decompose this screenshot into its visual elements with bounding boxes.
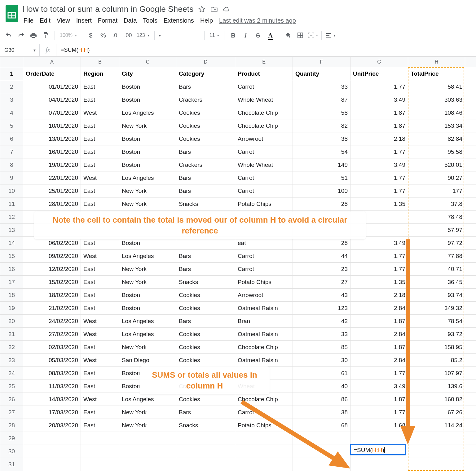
cell[interactable]: Cookies [176, 354, 235, 367]
cell[interactable]: Oatmeal Raisin [235, 302, 293, 315]
cell[interactable]: Bars [176, 263, 235, 276]
cell[interactable]: 27/02/2020 [23, 328, 81, 341]
cell[interactable]: 3.49 [350, 380, 408, 393]
cell[interactable]: Quantity [293, 67, 350, 80]
cell[interactable] [465, 250, 476, 263]
cell[interactable] [350, 458, 408, 471]
menu-file[interactable]: File [24, 17, 33, 24]
cell[interactable] [465, 132, 476, 145]
cell[interactable] [465, 158, 476, 171]
cell[interactable]: 15/02/2020 [23, 276, 81, 289]
cell[interactable]: 93.72 [408, 328, 465, 341]
cell[interactable]: Arrowroot [235, 289, 293, 302]
cell[interactable] [465, 393, 476, 406]
star-icon[interactable] [198, 5, 206, 13]
cell[interactable]: 114.24 [408, 419, 465, 432]
cell[interactable]: 33 [293, 80, 350, 93]
cell[interactable]: 97.72 [408, 237, 465, 250]
cell[interactable]: 1.87 [350, 341, 408, 354]
row-header[interactable]: 13 [0, 224, 23, 237]
cell[interactable]: 1.77 [350, 145, 408, 158]
fill-color-icon[interactable] [282, 30, 293, 41]
select-all-corner[interactable] [0, 57, 23, 67]
cell[interactable]: 1.87 [350, 119, 408, 132]
cell[interactable]: 14/03/2020 [23, 393, 81, 406]
cell[interactable]: 25/01/2020 [23, 184, 81, 198]
row-header[interactable]: 29 [0, 432, 23, 445]
cell[interactable]: Oatmeal Raisin [235, 354, 293, 367]
cell[interactable] [293, 458, 350, 471]
cell[interactable]: Potato Chips [235, 419, 293, 432]
cell[interactable]: 1.35 [350, 276, 408, 289]
cell[interactable]: 24/02/2020 [23, 315, 81, 328]
cell[interactable]: 13/01/2020 [23, 132, 81, 145]
font-size-dropdown[interactable]: 11 [208, 33, 221, 38]
doc-title[interactable]: How to total or sum a column in Google S… [22, 3, 193, 15]
cell[interactable]: Los Angeles [119, 250, 176, 263]
cell[interactable] [465, 302, 476, 315]
cell[interactable]: East [81, 276, 119, 289]
cell[interactable]: 160.82 [408, 393, 465, 406]
col-header-D[interactable]: D [176, 57, 235, 67]
cell[interactable]: 78.48 [408, 211, 465, 224]
cell[interactable]: 2.84 [350, 302, 408, 315]
font-family-dropdown[interactable] [158, 33, 201, 38]
cell[interactable]: 02/03/2020 [23, 341, 81, 354]
cell[interactable]: East [81, 367, 119, 380]
cell[interactable]: 100 [293, 184, 350, 198]
decrease-decimal-icon[interactable]: .0 [110, 30, 121, 41]
cell[interactable]: 28 [293, 198, 350, 211]
cell[interactable]: East [81, 341, 119, 354]
row-header[interactable]: 25 [0, 380, 23, 393]
cell[interactable]: 42 [293, 315, 350, 328]
cell[interactable]: 85.2 [408, 354, 465, 367]
cell[interactable]: 1.87 [350, 106, 408, 119]
formula-input[interactable]: =SUM(H:H) [56, 47, 476, 53]
cell[interactable]: 01/01/2020 [23, 80, 81, 93]
cell[interactable]: Bars [176, 184, 235, 198]
col-header-C[interactable]: C [119, 57, 176, 67]
cell[interactable]: Boston [119, 93, 176, 106]
cell[interactable] [465, 328, 476, 341]
cell[interactable]: West [81, 354, 119, 367]
cloud-status-icon[interactable] [223, 5, 231, 13]
cell[interactable] [408, 445, 465, 458]
cell[interactable]: 23 [293, 263, 350, 276]
cell[interactable]: San Diego [119, 354, 176, 367]
cell[interactable]: Boston [119, 289, 176, 302]
cell[interactable] [465, 93, 476, 106]
cell[interactable] [465, 263, 476, 276]
cell[interactable] [176, 432, 235, 445]
cell[interactable]: West [81, 250, 119, 263]
cell[interactable]: Chocolate Chip [235, 341, 293, 354]
cell[interactable]: 1.77 [350, 250, 408, 263]
cell[interactable]: Cookies [176, 132, 235, 145]
row-header[interactable]: 18 [0, 289, 23, 302]
cell[interactable]: 09/02/2020 [23, 250, 81, 263]
cell[interactable]: 37.8 [408, 198, 465, 211]
cell[interactable]: Carrot [235, 406, 293, 419]
cell[interactable]: Crackers [176, 158, 235, 171]
paint-format-icon[interactable] [40, 30, 51, 41]
cell[interactable]: 04/01/2020 [23, 93, 81, 106]
cell[interactable]: 1.87 [350, 315, 408, 328]
col-header-A[interactable]: A [23, 57, 81, 67]
cell[interactable] [81, 458, 119, 471]
currency-icon[interactable]: $ [85, 30, 96, 41]
row-header[interactable]: 9 [0, 171, 23, 184]
cell[interactable]: Whole Wheat [235, 93, 293, 106]
cell[interactable]: New York [119, 341, 176, 354]
cell[interactable]: 3.49 [350, 158, 408, 171]
cell[interactable] [119, 458, 176, 471]
row-header[interactable]: 2 [0, 80, 23, 93]
cell[interactable] [465, 145, 476, 158]
cell[interactable]: East [81, 119, 119, 132]
cell[interactable]: 19/01/2020 [23, 158, 81, 171]
cell[interactable]: Los Angeles [119, 171, 176, 184]
row-header[interactable]: 24 [0, 367, 23, 380]
cell[interactable]: New York [119, 419, 176, 432]
cell[interactable]: 54 [293, 145, 350, 158]
cell[interactable]: 349.32 [408, 302, 465, 315]
cell[interactable] [119, 432, 176, 445]
cell[interactable]: East [81, 289, 119, 302]
